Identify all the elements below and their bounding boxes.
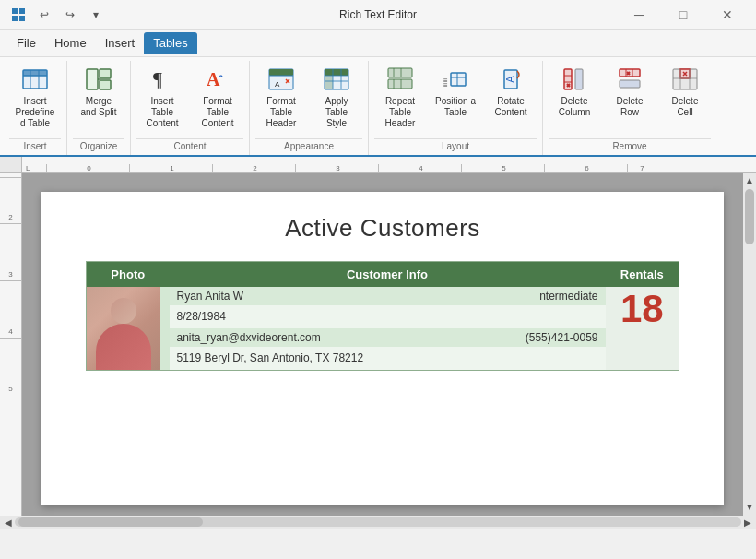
menu-insert[interactable]: Insert [96,32,145,54]
svg-text:≡: ≡ [443,81,448,89]
horizontal-scrollbar[interactable]: ◀ ▶ [0,516,756,529]
rotate-content-icon: A [496,65,526,94]
rotate-content-button[interactable]: A Rotate Content [485,61,537,122]
repeat-table-header-icon [385,65,415,94]
insert-table-content-icon: ¶ [148,65,177,94]
insert-predefined-table-icon [20,65,50,94]
info-cell-dob: 8/28/1984 [170,307,606,327]
apply-table-style-icon [322,65,351,94]
customer-address: 5119 Beryl Dr, San Antonio, TX 78212 [177,351,598,364]
svg-rect-1 [19,8,25,14]
table-header-photo: Photo [87,262,170,288]
svg-rect-9 [87,69,98,89]
insert-predefined-table-button[interactable]: Insert Predefined Table [9,61,61,133]
delete-cell-button[interactable]: Delete Cell [659,61,711,122]
apply-table-style-button[interactable]: Apply Table Style [311,61,362,133]
ribbon: Insert Predefined Table Insert [0,57,756,157]
info-cell-name: Ryan Anita W ntermediate [170,287,606,307]
ruler-marks: L 0 1 2 3 4 5 6 7 [22,157,756,172]
ribbon-group-layout-content: Repeat Table Header ≡ ≡ Position a Table [374,61,537,137]
scrollbar-thumb[interactable] [745,189,754,244]
format-table-header-label: Format Table Header [260,96,302,129]
table-header-rentals: Rentals [606,262,679,288]
delete-row-label: Delete Row [608,96,651,118]
scroll-left-arrow[interactable]: ◀ [2,517,15,528]
svg-rect-43 [575,69,583,89]
customer-email: anita_ryan@dxvideorent.com [177,331,388,344]
horizontal-ruler: L 0 1 2 3 4 5 6 7 [22,157,756,173]
position-a-table-button[interactable]: ≡ ≡ Position a Table [430,61,481,122]
vertical-scrollbar[interactable]: ▲ ▼ [743,173,756,516]
scroll-down-arrow[interactable]: ▼ [743,502,756,512]
scroll-right-arrow[interactable]: ▶ [741,517,754,528]
repeat-table-header-button[interactable]: Repeat Table Header [374,61,426,133]
format-table-content-button[interactable]: A ˆ Format Table Content [192,61,243,133]
ribbon-group-insert: Insert Predefined Table Insert [4,61,67,155]
info-cell-address: 5119 Beryl Dr, San Antonio, TX 78212 [170,349,606,370]
ruler-container: L 0 1 2 3 4 5 6 7 [0,157,756,173]
repeat-table-header-label: Repeat Table Header [379,96,421,129]
maximize-button[interactable]: □ [662,0,704,30]
person-body [96,324,151,370]
close-button[interactable]: ✕ [706,0,749,30]
format-table-header-button[interactable]: A Format Table Header [255,61,307,133]
ruler-mark-5: 5 [0,338,21,395]
ribbon-group-layout: Repeat Table Header ≡ ≡ Position a Table [369,61,543,155]
left-ruler: 2 3 4 5 [0,173,22,516]
customer-dob: 8/28/1984 [177,310,598,323]
svg-text:A: A [275,80,280,89]
delete-cell-icon [670,65,700,94]
ribbon-group-insert-content: Insert Predefined Table [9,61,61,137]
insert-table-content-button[interactable]: ¶ Insert Table Content [136,61,188,133]
format-table-header-icon: A [266,65,296,94]
ribbon-group-content: ¶ Insert Table Content A ˆ Format Table … [131,61,250,155]
customer-phone: (555)421-0059 [387,331,598,344]
insert-table-content-label: Insert Table Content [141,96,183,129]
ribbon-group-organize-label: Organize [73,138,124,155]
svg-rect-22 [325,69,333,89]
ribbon-group-layout-label: Layout [374,138,537,155]
ribbon-groups: Insert Predefined Table Insert [0,57,756,155]
delete-column-button[interactable]: Delete Column [549,61,600,122]
menu-file[interactable]: File [7,32,45,54]
customer-address-row: 5119 Beryl Dr, San Antonio, TX 78212 [170,349,606,367]
delete-column-icon [560,65,589,94]
ribbon-group-appearance: A Format Table Header [250,61,369,155]
merge-and-split-button[interactable]: Merge and Split [73,61,124,122]
ribbon-group-insert-label: Insert [9,138,61,155]
person-head [111,298,136,324]
delete-row-button[interactable]: Delete Row [604,61,656,122]
scrollbar-h-track [15,517,741,527]
svg-rect-28 [388,79,412,89]
customize-quick-access-button[interactable]: ▾ [85,4,107,26]
svg-rect-3 [19,16,25,21]
scrollbar-h-thumb[interactable] [18,517,203,527]
position-a-table-icon: ≡ ≡ [441,65,470,94]
svg-rect-11 [100,80,111,89]
svg-rect-0 [12,8,18,14]
customer-name-row: Ryan Anita W ntermediate [170,287,606,305]
delete-cell-label: Delete Cell [664,96,706,118]
redo-button[interactable]: ↪ [59,4,81,26]
svg-rect-8 [23,70,47,76]
rentals-cell: 18 [606,287,679,371]
document-title: Active Customers [86,214,679,243]
ribbon-group-remove-label: Remove [549,138,711,155]
customer-photo [87,287,160,370]
undo-button[interactable]: ↩ [33,4,55,26]
format-table-content-label: Format Table Content [196,96,239,129]
format-table-content-icon: A ˆ [203,65,232,94]
main-content-area: 2 3 4 5 Active Customers Photo Customer … [0,173,756,516]
ribbon-group-remove-content: Delete Column Delete Row [549,61,711,137]
insert-predefined-table-label: Insert Predefined Table [14,96,56,129]
delete-row-icon [615,65,644,94]
app-icon-button[interactable] [7,4,30,26]
scroll-up-arrow[interactable]: ▲ [743,175,756,185]
minimize-button[interactable]: ─ [618,0,660,30]
document-area: Active Customers Photo Customer Info Ren… [22,173,743,516]
apply-table-style-label: Apply Table Style [315,96,358,129]
window-controls: ─ □ ✕ [618,0,749,30]
menu-home[interactable]: Home [45,32,96,54]
menu-tables[interactable]: Tables [144,32,197,54]
customer-name: Ryan Anita W [177,290,388,303]
